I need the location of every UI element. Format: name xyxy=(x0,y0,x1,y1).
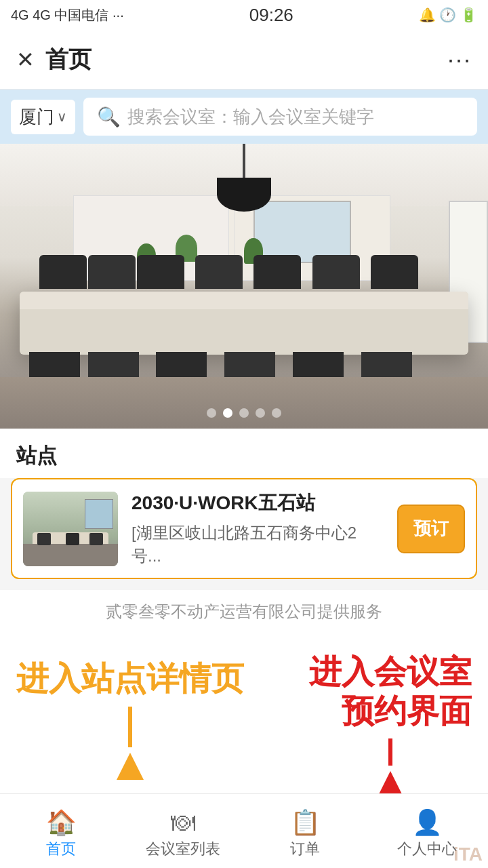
search-input[interactable]: 🔍 搜索会议室：输入会议室关键字 xyxy=(83,98,477,136)
tab-orders[interactable]: 📋 订单 xyxy=(244,804,366,859)
search-icon: 🔍 xyxy=(97,106,121,128)
tab-home-label: 首页 xyxy=(46,839,76,859)
chevron-down-icon: ∨ xyxy=(57,108,67,125)
home-icon: 🏠 xyxy=(46,810,77,835)
station-info: 2030·U·WORK五石站 [湖里区岐山北路五石商务中心2号... xyxy=(131,490,384,567)
right-annotation-text: 进入会议室 预约界面 xyxy=(309,652,472,730)
arrow-up-left xyxy=(117,753,144,780)
banner-dots xyxy=(207,408,281,418)
dot-2[interactable] xyxy=(223,408,232,418)
page-title: 首页 xyxy=(45,44,92,75)
section-title-bar: 站点 xyxy=(0,429,488,478)
arrow-line-right xyxy=(388,738,392,766)
status-time: 09:26 xyxy=(249,5,293,26)
nav-bar: ✕ 首页 ··· xyxy=(0,30,488,90)
station-name: 2030·U·WORK五石站 xyxy=(131,490,384,516)
annotation-left: 进入站点详情页 xyxy=(16,659,244,780)
nav-left: ✕ 首页 xyxy=(16,44,92,75)
status-carrier: 4G 4G 中国电信 ··· xyxy=(11,6,124,24)
order-icon: 📋 xyxy=(290,810,321,835)
tab-meeting-rooms-label: 会议室列表 xyxy=(146,839,220,859)
status-icons: 🔔 🕐 🔋 xyxy=(419,7,477,23)
annotation-right: 进入会议室 预约界面 xyxy=(309,652,472,798)
station-address: [湖里区岐山北路五石商务中心2号... xyxy=(131,521,384,567)
book-button[interactable]: 预订 xyxy=(397,505,465,553)
dot-5[interactable] xyxy=(272,408,281,418)
profile-icon: 👤 xyxy=(412,810,443,835)
dot-4[interactable] xyxy=(256,408,265,418)
status-bar: 4G 4G 中国电信 ··· 09:26 🔔 🕐 🔋 xyxy=(0,0,488,30)
more-button[interactable]: ··· xyxy=(447,45,472,74)
search-placeholder: 搜索会议室：输入会议室关键字 xyxy=(127,105,374,129)
city-label: 厦门 xyxy=(19,105,54,129)
dot-1[interactable] xyxy=(207,408,216,418)
arrow-line-left xyxy=(128,707,132,747)
meeting-room-icon: 🍽 xyxy=(171,810,195,835)
dot-3[interactable] xyxy=(239,408,249,418)
tab-bar: 🏠 首页 🍽 会议室列表 📋 订单 👤 个人中心 xyxy=(0,793,488,868)
station-card[interactable]: 2030·U·WORK五石站 [湖里区岐山北路五石商务中心2号... 预订 xyxy=(11,478,477,579)
close-button[interactable]: ✕ xyxy=(16,47,35,73)
city-selector[interactable]: 厦门 ∨ xyxy=(11,100,75,134)
ita-watermark: iTA xyxy=(448,841,488,868)
tab-meeting-rooms[interactable]: 🍽 会议室列表 xyxy=(122,804,244,859)
station-thumbnail xyxy=(23,492,118,566)
section-title: 站点 xyxy=(16,444,57,467)
provider-text: 贰零叁零不动产运营有限公司提供服务 xyxy=(0,590,488,639)
banner-image xyxy=(0,144,488,429)
search-bar: 厦门 ∨ 🔍 搜索会议室：输入会议室关键字 xyxy=(0,90,488,144)
tab-orders-label: 订单 xyxy=(290,839,320,859)
left-annotation-text: 进入站点详情页 xyxy=(16,659,244,698)
tab-home[interactable]: 🏠 首页 xyxy=(0,804,122,859)
